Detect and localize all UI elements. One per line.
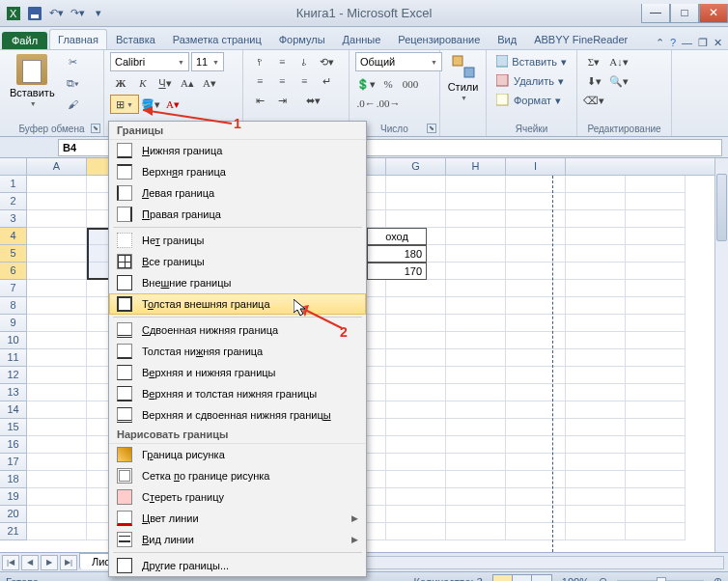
vertical-scrollbar[interactable] — [714, 158, 728, 552]
zoom-in-button[interactable]: ⊕ — [714, 575, 722, 581]
col-header-G[interactable]: G — [386, 158, 446, 175]
cell[interactable] — [506, 436, 566, 454]
cell[interactable] — [446, 506, 506, 523]
dd-thick-bottom[interactable]: Толстая нижняя граница — [109, 341, 366, 362]
cell[interactable] — [566, 454, 626, 471]
cell[interactable] — [626, 332, 686, 349]
cell[interactable] — [506, 349, 566, 367]
dd-bottom-border[interactable]: ННижняя границаижняя граница — [109, 140, 366, 161]
zoom-out-button[interactable]: ⊖ — [599, 575, 607, 581]
cell[interactable] — [27, 210, 87, 228]
cell[interactable] — [566, 280, 626, 297]
cell[interactable] — [27, 488, 87, 506]
row-header-4[interactable]: 4 — [0, 228, 27, 245]
tab-insert[interactable]: Вставка — [107, 29, 164, 49]
select-all-corner[interactable] — [0, 158, 27, 175]
cell[interactable] — [506, 210, 566, 228]
col-header-I[interactable]: I — [506, 158, 566, 175]
cell[interactable] — [626, 228, 686, 245]
dd-thick-box-border[interactable]: Толстая внешняя граница — [109, 293, 366, 315]
cell[interactable] — [506, 367, 566, 384]
dd-outside-borders[interactable]: Внешние границы — [109, 272, 366, 293]
sheet-nav-first[interactable]: |◀ — [2, 555, 19, 570]
cell[interactable] — [566, 193, 626, 210]
cell[interactable] — [506, 280, 566, 297]
row-header-15[interactable]: 15 — [0, 419, 27, 436]
dd-top-border[interactable]: Верхняя граница — [109, 161, 366, 182]
paste-button[interactable]: Вставить ▼ — [6, 52, 59, 109]
tab-formulas[interactable]: Формулы — [270, 29, 334, 49]
cell[interactable] — [446, 297, 506, 315]
cell[interactable] — [506, 384, 566, 401]
cell[interactable] — [446, 349, 506, 367]
cell[interactable] — [446, 471, 506, 488]
cell[interactable] — [386, 193, 446, 210]
tab-review[interactable]: Рецензирование — [389, 29, 489, 49]
align-left-button[interactable]: ≡ — [249, 71, 270, 91]
file-tab[interactable]: Файл — [2, 32, 47, 49]
bold-button[interactable]: Ж — [110, 73, 131, 93]
col-header-H[interactable]: H — [446, 158, 506, 175]
dd-right-border[interactable]: Правая граница — [109, 204, 366, 225]
cell[interactable] — [626, 297, 686, 315]
zoom-level[interactable]: 100% — [562, 576, 589, 582]
cell[interactable] — [386, 454, 446, 471]
align-right-button[interactable]: ≡ — [294, 71, 315, 91]
cell[interactable] — [506, 454, 566, 471]
cell[interactable] — [446, 280, 506, 297]
help-icon[interactable]: ? — [670, 37, 676, 49]
cell[interactable] — [27, 419, 87, 436]
cell[interactable] — [27, 367, 87, 384]
align-bottom-button[interactable]: ⫰ — [294, 52, 315, 71]
cell[interactable] — [27, 332, 87, 349]
cell[interactable] — [566, 384, 626, 401]
cell[interactable] — [386, 506, 446, 523]
sort-filter-button[interactable]: A↓▾ — [605, 52, 632, 71]
accounting-button[interactable]: 💲▾ — [355, 74, 377, 94]
cell[interactable] — [386, 401, 446, 419]
cell[interactable] — [27, 315, 87, 332]
cell[interactable] — [506, 488, 566, 506]
table-cell-d6[interactable]: 170 — [367, 263, 427, 280]
dd-line-color[interactable]: Цвет линии▶ — [109, 508, 366, 529]
cell[interactable] — [566, 367, 626, 384]
cell[interactable] — [626, 454, 686, 471]
row-header-6[interactable]: 6 — [0, 263, 27, 280]
dd-bottom-double[interactable]: Сдвоенная нижняя граница — [109, 319, 366, 341]
tab-page-layout[interactable]: Разметка страниц — [164, 29, 270, 49]
cell[interactable] — [446, 367, 506, 384]
cell[interactable] — [506, 176, 566, 193]
row-header-19[interactable]: 19 — [0, 488, 27, 506]
sheet-nav-prev[interactable]: ◀ — [21, 555, 39, 570]
row-header-10[interactable]: 10 — [0, 332, 27, 349]
cell[interactable] — [566, 315, 626, 332]
styles-button[interactable]: Стили▼ — [446, 52, 480, 103]
cell[interactable] — [446, 523, 506, 540]
format-cells-button[interactable]: Формат ▾ — [492, 91, 571, 110]
cell[interactable] — [446, 176, 506, 193]
increase-decimal-button[interactable]: .0← — [355, 94, 377, 113]
insert-cells-button[interactable]: Вставить ▾ — [492, 52, 571, 71]
cell[interactable] — [27, 263, 87, 280]
cell[interactable] — [626, 280, 686, 297]
undo-icon[interactable]: ↶▾ — [46, 4, 66, 23]
italic-button[interactable]: К — [132, 73, 154, 93]
cell[interactable] — [626, 210, 686, 228]
cell[interactable] — [27, 245, 87, 263]
view-pagebreak-button[interactable] — [532, 575, 551, 582]
row-header-11[interactable]: 11 — [0, 349, 27, 367]
cell[interactable] — [626, 245, 686, 263]
cell[interactable] — [566, 523, 626, 540]
cell[interactable] — [506, 506, 566, 523]
cell[interactable] — [386, 315, 446, 332]
cell[interactable] — [506, 193, 566, 210]
cell[interactable] — [626, 367, 686, 384]
cell[interactable] — [386, 367, 446, 384]
cell[interactable] — [386, 349, 446, 367]
wrap-text-button[interactable]: ↵ — [316, 71, 337, 91]
cell[interactable] — [27, 297, 87, 315]
align-top-button[interactable]: ⫯ — [249, 52, 270, 71]
cell[interactable] — [506, 401, 566, 419]
cell[interactable] — [446, 193, 506, 210]
cell[interactable] — [626, 488, 686, 506]
